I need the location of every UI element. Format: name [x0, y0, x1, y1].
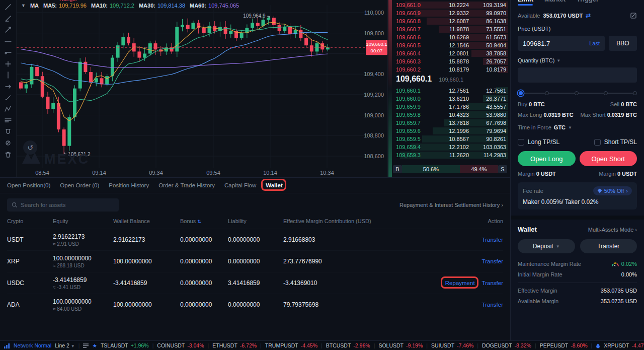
slider-stop-75[interactable]: [604, 91, 608, 95]
hide-drawings-icon[interactable]: [3, 139, 14, 147]
ask-row[interactable]: 109,660.210.817910.8179: [392, 65, 508, 74]
magnet-icon[interactable]: [3, 128, 14, 136]
cross-line-icon[interactable]: [3, 60, 14, 68]
ma-legend-item: MA10:109,712.2: [91, 3, 134, 9]
svg-text:09:14: 09:14: [92, 170, 106, 176]
ask-row[interactable]: 109,660.512.154650.9404: [392, 41, 508, 49]
tab-wallet[interactable]: Wallet: [266, 182, 282, 188]
equity-cell: -3.41416859≈ -3.41 USD: [53, 276, 113, 290]
horizontal-line-icon[interactable]: [3, 37, 14, 45]
bid-row[interactable]: 109,660.013.621026.3771: [392, 95, 508, 103]
bid-row[interactable]: 109,659.311.2620114.2983: [392, 151, 508, 159]
search-placeholder: Search for assets: [21, 202, 65, 208]
ray-icon[interactable]: [3, 26, 14, 34]
ask-row[interactable]: 109,660.812.608786.1638: [392, 17, 508, 25]
arrow-line-icon[interactable]: [3, 83, 14, 91]
bars-pattern-icon[interactable]: [3, 116, 14, 124]
transfer-button[interactable]: Transfer: [580, 239, 637, 253]
ask-row[interactable]: 109,660.610.626961.5673: [392, 33, 508, 41]
tab-position-history[interactable]: Position History: [109, 182, 149, 188]
bid-row[interactable]: 109,659.917.178643.5557: [392, 103, 508, 111]
repayment-link[interactable]: Repayment: [445, 280, 475, 286]
replay-button[interactable]: ↺: [23, 141, 37, 155]
calculator-icon[interactable]: [630, 12, 637, 19]
bid-row[interactable]: 109,659.612.199679.9694: [392, 127, 508, 135]
ticker-item[interactable]: ETHUSDT-6.72%: [212, 342, 257, 348]
tab-trigger[interactable]: Trigger: [577, 0, 599, 3]
time-in-force[interactable]: Time in ForceGTC▼: [518, 124, 637, 130]
ticker-item[interactable]: DOGEUSDT-8.32%: [482, 342, 531, 348]
ticker-item[interactable]: COINUSDT-3.04%: [157, 342, 204, 348]
fee-discount-badge[interactable]: 50% Off›: [593, 186, 632, 195]
chevron-down-icon[interactable]: ▼: [21, 3, 26, 8]
tab-order-trade-history[interactable]: Order & Trade History: [158, 182, 215, 188]
remove-drawings-icon[interactable]: [3, 151, 14, 159]
long-tpsl-checkbox[interactable]: [518, 139, 524, 146]
last-price-row[interactable]: 109,660.1 109,660.1: [396, 75, 463, 86]
xabcd-pattern-icon[interactable]: [3, 105, 14, 113]
transfer-link[interactable]: Transfer: [482, 280, 503, 286]
transfer-link[interactable]: Transfer: [482, 302, 503, 308]
slider-stop-100[interactable]: [633, 91, 637, 95]
bid-row[interactable]: 109,659.510.856790.8261: [392, 135, 508, 143]
transfer-link[interactable]: Transfer: [482, 237, 503, 243]
quantity-input[interactable]: [518, 67, 637, 83]
favorites-star-icon[interactable]: ★: [92, 342, 97, 348]
chevron-down-icon[interactable]: ▼: [556, 58, 560, 63]
tab-limit[interactable]: Limit: [518, 0, 533, 3]
bonus-cell: 0.00000000: [180, 258, 228, 265]
wallet-balance-cell: 100.00000000: [113, 301, 180, 308]
network-status[interactable]: Network Normal: [14, 342, 51, 348]
ticker-item[interactable]: BTCUSDT-2.96%: [326, 342, 370, 348]
tab-open-order-0-[interactable]: Open Order (0): [60, 182, 99, 188]
slider-stop-0[interactable]: [518, 90, 524, 96]
ask-row[interactable]: 109,661.010.2224109.3194: [392, 1, 508, 9]
tab-market[interactable]: Market: [544, 0, 566, 3]
price-input[interactable]: 109681.7 Last: [518, 36, 605, 51]
slider-stop-25[interactable]: [545, 91, 549, 95]
bonus-sort[interactable]: Bonus ⇅: [180, 218, 228, 224]
ma-legend[interactable]: ▼ MA MA5:109,719.96MA10:109,712.2MA30:10…: [21, 3, 239, 9]
short-tpsl-checkbox[interactable]: [594, 139, 601, 146]
price-value: 109681.7: [523, 40, 550, 47]
swap-icon[interactable]: ⇄: [586, 12, 591, 19]
last-price-button[interactable]: Last: [589, 40, 600, 46]
bbo-button[interactable]: BBO: [609, 36, 637, 51]
tab-open-position-0-[interactable]: Open Position(0): [7, 182, 50, 188]
trend-line-icon[interactable]: [3, 3, 14, 11]
repayment-history-link[interactable]: Repayment & Interest Settlement History …: [399, 202, 503, 208]
ask-row[interactable]: 109,660.912.933299.0970: [392, 9, 508, 17]
bid-row[interactable]: 109,659.412.2102103.0363: [392, 143, 508, 151]
ticker-item[interactable]: SUIUSDT-7.46%: [431, 342, 473, 348]
max-long: Max Long 0.0319 BTC: [518, 112, 574, 118]
brush-icon[interactable]: [3, 94, 14, 102]
bid-row[interactable]: 109,659.713.781867.7698: [392, 119, 508, 127]
multi-assets-mode-link[interactable]: Multi-Assets Mode ›: [588, 227, 637, 233]
ticker-item[interactable]: SOLUSDT-9.19%: [378, 342, 423, 348]
ticker-item[interactable]: TSLAUSDT+1.96%: [101, 342, 149, 348]
vertical-line-icon[interactable]: [3, 71, 14, 79]
ask-row[interactable]: 109,660.711.987873.5551: [392, 25, 508, 33]
quantity-slider[interactable]: [518, 90, 637, 97]
bid-row[interactable]: 109,659.810.432353.9880: [392, 111, 508, 119]
horizontal-ray-icon[interactable]: [3, 48, 14, 56]
line-selector[interactable]: Line 2 ▼: [55, 342, 74, 348]
ask-row[interactable]: 109,660.412.080138.7858: [392, 49, 508, 57]
featured-ticker[interactable]: XRPUSDT -4.47%: [604, 342, 644, 348]
open-long-button[interactable]: Open Long: [518, 151, 576, 166]
slider-stop-50[interactable]: [575, 91, 579, 95]
trend-angle-icon[interactable]: [3, 15, 14, 23]
ticker-item[interactable]: PEPEUSDT-8.60%: [540, 342, 588, 348]
tab-capital-flow[interactable]: Capital Flow: [224, 182, 256, 188]
candlestick-chart[interactable]: 110,000109,800109,400109,200109,000108,8…: [17, 0, 387, 177]
ma-legend-item: MA5:109,719.96: [43, 3, 87, 9]
open-short-button[interactable]: Open Short: [580, 151, 637, 166]
deposit-button[interactable]: Deposit▼: [518, 239, 575, 253]
search-input[interactable]: Search for assets: [7, 198, 119, 212]
bid-row[interactable]: 109,660.112.756112.7561: [392, 87, 508, 95]
quantity: 11.2620: [431, 152, 469, 158]
ticker-list-icon[interactable]: [83, 343, 89, 348]
ticker-item[interactable]: TRUMPUSDT-4.45%: [265, 342, 317, 348]
transfer-link[interactable]: Transfer: [482, 258, 503, 264]
ask-row[interactable]: 109,660.315.887826.7057: [392, 57, 508, 65]
